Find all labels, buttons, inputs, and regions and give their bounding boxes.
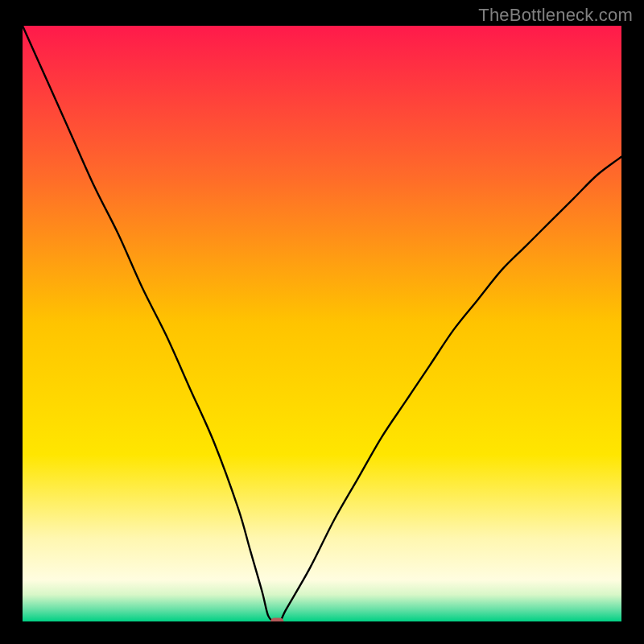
plot-area [23,26,621,621]
watermark-label: TheBottleneck.com [478,5,633,26]
gradient-background [23,26,621,621]
chart-svg [23,26,621,621]
optimal-point-marker [270,618,283,621]
chart-frame: TheBottleneck.com [0,0,644,644]
